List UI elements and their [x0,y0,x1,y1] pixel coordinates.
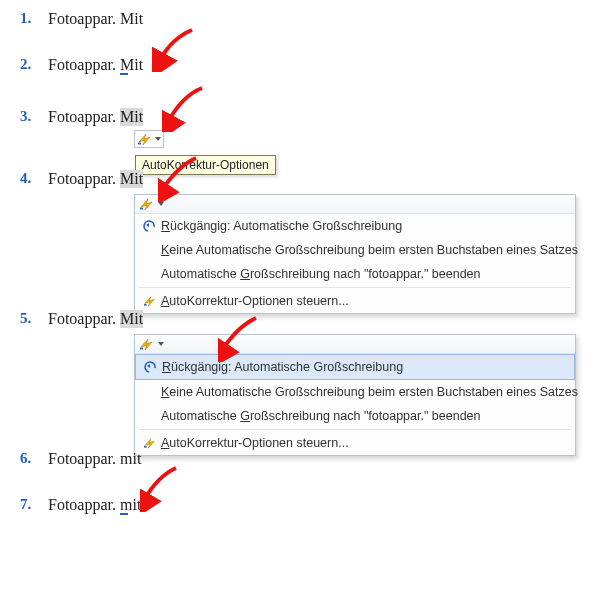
text-prefix: Fotoappar. [48,496,120,513]
step-5: 5. Fotoappar. Mit Rückgängig: Automatisc… [20,310,580,328]
menu-item-no-auto[interactable]: Keine Automatische Großschreibung beim e… [135,380,575,404]
menu-label: Rückgängig: Automatische Großschreibung [161,219,402,233]
lightning-icon [139,293,161,309]
annotation-arrow [162,86,208,132]
step-2: 2. Fotoappar. Mit [20,56,580,74]
menu-item-no-auto[interactable]: Keine Automatische Großschreibung beim e… [135,238,575,262]
autocorrect-mark[interactable] [120,513,128,515]
text-prefix: Fotoappar. [48,450,120,467]
lightning-icon [137,132,153,146]
text-prefix: Fotoappar. [48,56,120,73]
step-text: Fotoappar. Mit [48,10,143,28]
step-number: 3. [20,108,48,125]
menu-label: Rückgängig: Automatische Großschreibung [162,360,403,374]
svg-rect-4 [144,446,147,448]
menu-item-stop-after[interactable]: Automatische Großschreibung nach "fotoap… [135,404,575,428]
step-7: 7. Fotoappar. mit [20,496,580,514]
autocorrect-mark[interactable] [120,73,128,75]
step-text: Fotoappar. mit [48,450,141,468]
autocorrect-menu: Rückgängig: Automatische Großschreibung … [134,194,576,314]
menu-label: Automatische Großschreibung nach "fotoap… [161,409,481,423]
autocorrect-options-button[interactable]: AutoKorrektur-Optionen [134,130,164,148]
step-number: 4. [20,170,48,187]
step-text: Fotoappar. Mit Rückgängig: Automatische … [48,310,143,328]
svg-rect-0 [138,143,141,145]
chevron-down-icon [158,202,164,206]
step-number: 6. [20,450,48,467]
lightning-icon [139,197,155,211]
text-word-highlighted: Mit [120,170,143,188]
step-1: 1. Fotoappar. Mit [20,10,580,28]
menu-separator [139,287,571,288]
menu-label: AutoKorrektur-Optionen steuern... [161,436,349,450]
step-number: 5. [20,310,48,327]
step-text: Fotoappar. Mit [48,56,143,74]
menu-item-stop-after[interactable]: Automatische Großschreibung nach "fotoap… [135,262,575,286]
menu-label: AutoKorrektur-Optionen steuern... [161,294,349,308]
chevron-down-icon [155,137,161,141]
text-word: Mit [120,56,143,73]
text-prefix: Fotoappar. [48,108,120,125]
menu-label: Keine Automatische Großschreibung beim e… [161,385,578,399]
text-prefix: Fotoappar. [48,310,120,327]
step-text: Fotoappar. Mit Rückgängig: Automatische … [48,170,143,188]
chevron-down-icon [158,342,164,346]
step-number: 7. [20,496,48,513]
annotation-arrow [152,26,198,72]
undo-icon [139,218,161,234]
undo-icon [140,359,162,375]
svg-rect-1 [140,208,143,210]
text-prefix: Fotoappar. [48,10,120,27]
text-word-highlighted: Mit [120,310,143,328]
step-text: Fotoappar. mit [48,496,141,514]
step-text: Fotoappar. Mit AutoKorrektur-Optionen [48,108,143,126]
lightning-icon [139,337,155,351]
menu-item-undo[interactable]: Rückgängig: Automatische Großschreibung [135,214,575,238]
menu-label: Automatische Großschreibung nach "fotoap… [161,267,481,281]
text-prefix: Fotoappar. [48,170,120,187]
lightning-icon [139,435,161,451]
menu-item-undo[interactable]: Rückgängig: Automatische Großschreibung [135,354,575,380]
step-number: 1. [20,10,48,27]
autocorrect-options-button[interactable] [135,195,575,214]
menu-label: Keine Automatische Großschreibung beim e… [161,243,578,257]
annotation-arrow [140,466,186,512]
text-word: mit [120,450,141,467]
autocorrect-menu: Rückgängig: Automatische Großschreibung … [134,334,576,456]
step-4: 4. Fotoappar. Mit Rückgängig: Automatisc… [20,170,580,188]
text-word: Mit [120,10,143,27]
step-3: 3. Fotoappar. Mit AutoKorrektur-Optionen [20,108,580,126]
autocorrect-options-button[interactable] [135,335,575,354]
svg-rect-2 [144,304,147,306]
text-word-highlighted: Mit [120,108,143,126]
step-number: 2. [20,56,48,73]
step-6: 6. Fotoappar. mit [20,450,580,468]
svg-rect-3 [140,348,143,350]
menu-separator [139,429,571,430]
text-word: mit [120,496,141,513]
